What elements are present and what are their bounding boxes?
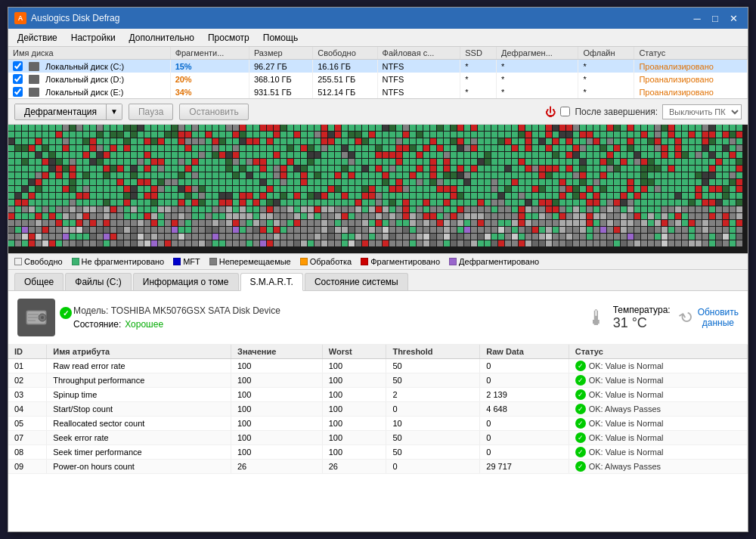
refresh-label: Обновить данные [698,307,739,328]
smart-status: ✓ OK: Value is Normal [569,417,747,431]
smart-worst: 100 [322,402,386,417]
smart-worst: 100 [322,388,386,402]
pause-button[interactable]: Пауза [129,104,173,120]
col-header-free: Свободно [313,47,377,60]
hdd-svg [23,304,50,331]
disk-offline-cell: * [578,85,634,98]
disk-offline-cell: * [578,60,634,73]
menu-help[interactable]: Помощь [257,31,304,45]
maximize-button[interactable]: □ [707,11,723,25]
disk-name-cell: Локальный диск (C:) [8,60,170,73]
tab-general[interactable]: Общее [14,273,64,290]
title-bar: A Auslogics Disk Defrag ─ □ ✕ [8,8,748,29]
disk-checkbox[interactable] [13,61,23,71]
tab-files[interactable]: Файлы (C:) [65,273,131,290]
smart-col-raw: Raw Data [480,345,569,359]
smart-raw: 0 [480,373,569,388]
refresh-icon: ↻ [675,305,697,330]
smart-attr-name: Seek timer performance [47,445,231,460]
smart-table-row: 08 Seek timer performance 100 100 50 0 ✓… [8,445,748,460]
disk-checkbox[interactable] [13,87,23,97]
legend-free: Свободно [14,257,63,266]
smart-id: 05 [8,417,47,431]
legend-mft-label: MFT [183,257,200,266]
legend-fragmented: Фрагментировано [361,257,440,266]
disk-status-cell: Проанализировано [634,85,748,98]
defrag-button[interactable]: Дефрагментация [15,104,107,119]
smart-status: ✓ OK: Always Passes [569,402,747,417]
smart-threshold: 50 [386,431,480,445]
smart-worst: 100 [322,431,386,445]
disk-size-cell: 368.10 ГБ [249,73,312,85]
title-bar-left: A Auslogics Disk Defrag [14,12,119,24]
tab-system-state[interactable]: Состояние системы [305,273,408,290]
ok-icon: ✓ [575,447,586,457]
svg-point-3 [41,316,44,319]
temp-label: Температура: [613,305,671,315]
smart-attr-name: Raw read error rate [47,359,231,373]
smart-status: ✓ OK: Value is Normal [569,359,747,373]
smart-value: 100 [231,388,322,402]
legend-defragmented-label: Дефрагментировано [459,257,539,266]
disk-table-row[interactable]: Локальный диск (D:) 20% 368.10 ГБ 255.51… [8,73,748,85]
state-label: Состояние: [73,319,121,330]
close-button[interactable]: ✕ [725,11,742,25]
defrag-dropdown-arrow[interactable]: ▼ [107,104,122,119]
svg-rect-5 [28,317,39,318]
legend-immovable: Неперемещаемые [209,257,291,266]
main-window: A Auslogics Disk Defrag ─ □ ✕ Действие Н… [8,7,748,532]
smart-threshold: 0 [386,402,480,417]
smart-threshold: 2 [386,388,480,402]
menu-advanced[interactable]: Дополнительно [123,31,200,45]
ok-icon: ✓ [575,461,586,472]
drive-status: Состояние: Хорошее [73,319,547,330]
menu-settings[interactable]: Настройки [65,31,122,45]
smart-raw: 0 [480,359,569,373]
minimize-button[interactable]: ─ [689,11,705,25]
ok-icon: ✓ [575,418,586,429]
smart-worst: 26 [322,460,386,474]
smart-attr-name: Reallocated sector count [47,417,231,431]
after-complete-label: После завершения: [575,107,658,117]
disk-frag-cell: 34% [170,85,249,98]
disk-ssd-cell: * [460,73,497,85]
disk-checkbox[interactable] [13,74,23,84]
disk-size-cell: 96.27 ГБ [249,60,312,73]
smart-col-status: Статус [569,345,747,359]
tab-volume-info[interactable]: Информация о томе [133,273,239,290]
tab-smart[interactable]: S.M.A.R.T. [240,273,303,291]
disk-table-row[interactable]: Локальный диск (C:) 15% 96.27 ГБ 16.16 Г… [8,60,748,73]
stop-button[interactable]: Остановить [179,104,249,120]
after-complete-checkbox[interactable] [560,107,570,116]
smart-id: 01 [8,359,47,373]
after-complete-select[interactable]: Выключить ПК [662,104,742,119]
smart-table-row: 05 Reallocated sector count 100 100 10 0… [8,417,748,431]
ok-icon: ✓ [575,404,586,414]
menu-action[interactable]: Действие [11,31,64,45]
menu-view[interactable]: Просмотр [202,31,256,45]
disk-ssd-cell: * [460,60,497,73]
drive-model: Модель: TOSHIBA MK5076GSX SATA Disk Devi… [73,305,547,316]
toolbar: Дефрагментация ▼ Пауза Остановить ⏻ Посл… [8,99,748,125]
smart-threshold: 50 [386,373,480,388]
smart-col-name: Имя атрибута [47,345,231,359]
legend-bar: Свободно Не фрагментировано MFT Непереме… [8,253,748,270]
disk-hdd-icon [29,62,39,71]
smart-col-threshold: Threshold [386,345,480,359]
tabs-bar: Общее Файлы (C:) Информация о томе S.M.A… [8,270,748,291]
disk-frag-cell: 20% [170,73,249,85]
disk-table-row[interactable]: Локальный диск (E:) 34% 931.51 ГБ 512.14… [8,85,748,98]
legend-fragmented-box [361,258,368,265]
refresh-section[interactable]: ↻ Обновить данные [680,307,739,328]
smart-raw: 4 648 [480,402,569,417]
legend-processing: Обработка [300,257,352,266]
smart-attr-name: Throughput performance [47,373,231,388]
smart-id: 07 [8,431,47,445]
legend-free-checkbox[interactable] [14,258,22,265]
smart-value: 100 [231,359,322,373]
smart-attr-name: Seek error rate [47,431,231,445]
ok-icon: ✓ [575,361,586,371]
ok-icon: ✓ [575,375,586,386]
window-title: Auslogics Disk Defrag [31,13,119,23]
temp-info: Температура: 31 °C [613,305,671,331]
